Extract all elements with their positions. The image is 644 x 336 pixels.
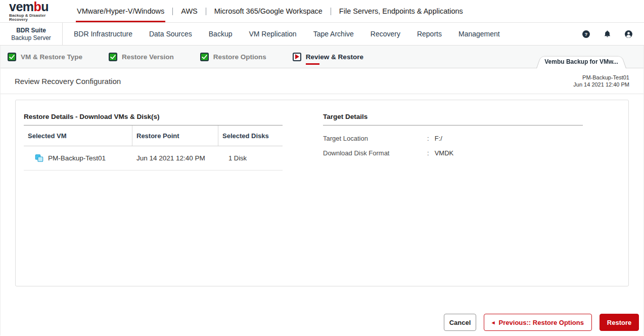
backup-meta: PM-Backup-Test01 Jun 14 2021 12:40 PM: [573, 74, 629, 88]
column-selected-vm: Selected VM: [24, 125, 132, 146]
step-label: VM & Restore Type: [21, 53, 82, 61]
page-header: Review Recovery Configuration PM-Backup-…: [1, 68, 643, 94]
column-selected-disks: Selected Disks: [218, 125, 283, 146]
step-vm-restore-type[interactable]: VM & Restore Type: [8, 53, 82, 61]
target-location-value: F:/: [435, 135, 442, 142]
table-row[interactable]: PM-Backup-Test01 Jun 14 2021 12:40 PM 1 …: [24, 146, 283, 171]
cancel-button[interactable]: Cancel: [444, 314, 476, 331]
restore-button[interactable]: Restore: [600, 314, 639, 331]
product-tab-vmware[interactable]: VMware/Hyper-V/Windows: [76, 0, 165, 22]
selected-disks-cell: 1 Disk: [218, 154, 283, 162]
column-restore-point: Restore Point: [132, 125, 218, 146]
previous-button-label: Previous:: Restore Options: [499, 319, 584, 326]
target-location-row: Target Location : F:/: [323, 135, 583, 142]
backup-server-label: Backup Server: [0, 34, 62, 41]
target-details-list: Target Location : F:/ Download Disk Form…: [323, 135, 583, 157]
top-product-bar: vembu Backup & Disaster Recovery VMware/…: [0, 0, 644, 23]
restore-details-title: Restore Details - Download VMs & Disk(s): [24, 113, 283, 125]
nav-item-recovery[interactable]: Recovery: [371, 30, 400, 38]
target-location-label: Target Location: [323, 135, 427, 142]
vembu-logo-word: vembu: [9, 1, 64, 13]
step-review-restore[interactable]: Review & Restore: [293, 53, 363, 61]
nav-item-bdr-infrastructure[interactable]: BDR Infrastructure: [74, 30, 132, 38]
server-nav: BDR Infrastructure Data Sources Backup V…: [74, 30, 500, 38]
table-header-row: Selected VM Restore Point Selected Disks: [24, 125, 283, 146]
server-nav-bar: BDR Suite Backup Server BDR Infrastructu…: [0, 23, 644, 46]
backup-timestamp: Jun 14 2021 12:40 PM: [573, 81, 629, 88]
step-complete-checkbox-icon: [200, 53, 209, 61]
step-restore-options[interactable]: Restore Options: [200, 53, 266, 61]
step-label: Restore Options: [213, 53, 266, 61]
separator-colon: :: [427, 135, 429, 142]
restore-details-table: Selected VM Restore Point Selected Disks…: [24, 125, 283, 171]
download-disk-format-label: Download Disk Format: [323, 149, 427, 157]
download-disk-format-row: Download Disk Format : VMDK: [323, 149, 583, 157]
target-details-section: Target Details Target Location : F:/ Dow…: [323, 113, 583, 286]
vm-icon: [35, 154, 43, 162]
context-tab-vembu-backup[interactable]: Vembu Backup for VMw...: [536, 55, 626, 68]
nav-item-data-sources[interactable]: Data Sources: [149, 30, 192, 38]
nav-item-management[interactable]: Management: [458, 30, 500, 38]
vm-name: PM-Backup-Test01: [48, 154, 106, 162]
product-tab-aws[interactable]: AWS: [180, 0, 199, 22]
svg-text:?: ?: [585, 31, 588, 37]
step-label: Restore Version: [122, 53, 174, 61]
bdr-suite-badge[interactable]: BDR Suite Backup Server: [0, 23, 63, 45]
main-region: VM & Restore Type Restore Version Restor…: [0, 46, 644, 335]
notifications-icon[interactable]: [603, 30, 612, 38]
separator-colon: :: [427, 149, 429, 157]
vembu-logo[interactable]: vembu Backup & Disaster Recovery: [9, 1, 64, 22]
nav-item-vm-replication[interactable]: VM Replication: [249, 30, 296, 38]
step-current-play-icon: [293, 53, 301, 61]
nav-separator: [172, 8, 173, 15]
nav-item-backup[interactable]: Backup: [209, 30, 233, 38]
review-card: Restore Details - Download VMs & Disk(s)…: [15, 100, 629, 286]
step-complete-checkbox-icon: [8, 53, 16, 61]
download-disk-format-value: VMDK: [435, 149, 454, 157]
restore-details-section: Restore Details - Download VMs & Disk(s)…: [24, 113, 283, 286]
backup-name: PM-Backup-Test01: [573, 74, 629, 81]
previous-button[interactable]: ◂ Previous:: Restore Options: [484, 314, 592, 331]
nav-item-reports[interactable]: Reports: [417, 30, 442, 38]
previous-arrow-icon: ◂: [492, 320, 495, 325]
product-tab-m365[interactable]: Microsoft 365/Google Workspace: [213, 0, 324, 22]
header-icons: ?: [582, 30, 644, 38]
vm-name-cell: PM-Backup-Test01: [24, 154, 132, 162]
restore-point-cell: Jun 14 2021 12:40 PM: [132, 154, 218, 162]
step-complete-checkbox-icon: [109, 53, 117, 61]
nav-separator: [206, 8, 206, 15]
footer-actions: Cancel ◂ Previous:: Restore Options Rest…: [1, 314, 643, 331]
product-nav: VMware/Hyper-V/Windows AWS Microsoft 365…: [76, 0, 464, 22]
target-details-title: Target Details: [323, 113, 583, 125]
wizard-steps-bar: VM & Restore Type Restore Version Restor…: [1, 46, 643, 68]
step-restore-version[interactable]: Restore Version: [109, 53, 174, 61]
context-tab-label: Vembu Backup for VMw...: [536, 55, 626, 68]
product-tab-fileservers[interactable]: File Servers, Endpoints & Applications: [338, 0, 464, 22]
page-title: Review Recovery Configuration: [15, 77, 121, 86]
account-icon[interactable]: [624, 30, 633, 38]
vembu-logo-tagline: Backup & Disaster Recovery: [9, 14, 64, 22]
nav-separator: [331, 8, 331, 15]
nav-item-tape-archive[interactable]: Tape Archive: [313, 30, 354, 38]
step-label: Review & Restore: [306, 53, 363, 61]
bdr-suite-label: BDR Suite: [0, 27, 62, 34]
help-icon[interactable]: ?: [582, 30, 590, 38]
